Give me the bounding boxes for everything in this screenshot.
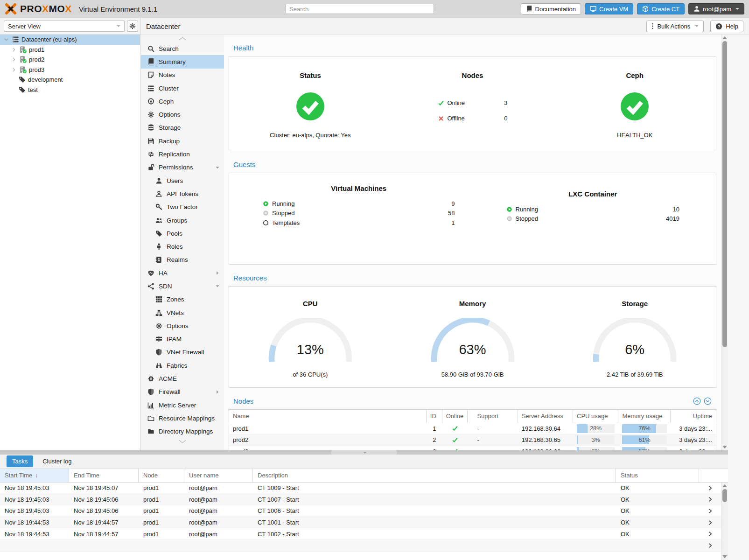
node-row-prod2[interactable]: prod22-192.168.30.653%61%3 days 23:... <box>229 434 716 446</box>
lxc-running-row: Running 10 <box>506 204 680 214</box>
sidebar-item-ipam[interactable]: IPAM <box>141 333 224 346</box>
floppy-icon <box>147 138 154 145</box>
sidebar-item-backup[interactable]: Backup <box>141 134 224 147</box>
sidebar-item-realms[interactable]: Realms <box>141 253 224 266</box>
usage-bar: 3% <box>577 435 615 444</box>
sidebar-item-storage[interactable]: Storage <box>141 121 224 134</box>
sidebar-item-roles[interactable]: Roles <box>141 240 224 253</box>
tree-item-test[interactable]: test <box>0 85 140 95</box>
scroll-up-arrow[interactable] <box>722 36 727 39</box>
panel-splitter[interactable] <box>0 450 728 455</box>
col-support[interactable]: Support <box>468 410 518 423</box>
user-menu-button[interactable]: root@pam <box>688 3 744 14</box>
sidebar-item-cluster[interactable]: Cluster <box>141 82 224 95</box>
view-options-button[interactable] <box>127 21 138 32</box>
sidebar-item-acme[interactable]: ACME <box>141 372 224 385</box>
sidebar-item-replication[interactable]: Replication <box>141 147 224 161</box>
global-search-input[interactable] <box>286 4 434 14</box>
view-selector-dropdown[interactable]: Server View <box>4 21 125 32</box>
documentation-button[interactable]: Documentation <box>521 3 581 14</box>
sidebar-item-directory-mappings[interactable]: Directory Mappings <box>141 425 224 438</box>
tree-item-prod1[interactable]: prod1 <box>0 45 140 55</box>
tree-item-datacenter-eu-alps[interactable]: Datacenter (eu-alps) <box>0 35 140 45</box>
sidebar-item-label: Backup <box>159 138 180 145</box>
tasks-scrollbar[interactable] <box>721 483 728 560</box>
tree-item-prod2[interactable]: prod2 <box>0 55 140 65</box>
col-start-time[interactable]: Start Time↓ <box>0 469 69 482</box>
col-id[interactable]: ID <box>427 410 442 423</box>
col-online[interactable]: Online <box>442 410 468 423</box>
scrollbar-thumb[interactable] <box>722 489 727 502</box>
sidebar-item-users[interactable]: Users <box>141 174 224 187</box>
task-row[interactable]: Nov 18 19:45:03Nov 18 19:45:07prod1root@… <box>0 483 728 494</box>
task-expand-button[interactable] <box>699 485 721 491</box>
create-ct-button[interactable]: Create CT <box>637 3 685 14</box>
menu-scroll-up[interactable] <box>141 35 224 42</box>
collapse-up-button[interactable] <box>693 397 701 405</box>
menu-scroll-down[interactable] <box>141 438 224 446</box>
task-row[interactable]: Nov 18 19:44:53Nov 18 19:44:57prod1root@… <box>0 517 728 529</box>
sidebar-item-ceph[interactable]: Ceph <box>141 95 224 108</box>
sidebar-item-resource-mappings[interactable]: Resource Mappings <box>141 412 224 425</box>
sidebar-item-two-factor[interactable]: Two Factor <box>141 201 224 214</box>
node-row-prod1[interactable]: prod11-192.168.30.6428%76%3 days 23:... <box>229 423 716 435</box>
tree-item-development[interactable]: development <box>0 75 140 85</box>
create-vm-button[interactable]: Create VM <box>585 3 633 14</box>
help-button[interactable]: ? Help <box>710 21 743 32</box>
scroll-up-arrow[interactable] <box>722 484 727 487</box>
sidebar-item-groups[interactable]: Groups <box>141 214 224 227</box>
caret-right-icon <box>10 67 17 73</box>
sidebar-item-api-tokens[interactable]: API Tokens <box>141 187 224 200</box>
col-memory-usage[interactable]: Memory usage <box>618 410 670 423</box>
task-expand-button[interactable] <box>699 508 721 514</box>
sidebar-item-fabrics[interactable]: Fabrics <box>141 359 224 372</box>
col-status[interactable]: Status <box>616 469 699 482</box>
scrollbar-thumb[interactable] <box>722 41 727 347</box>
sidebar-item-firewall[interactable]: Firewall <box>141 385 224 399</box>
task-row[interactable]: Nov 18 19:45:03Nov 18 19:45:06prod1root@… <box>0 494 728 506</box>
scroll-down-arrow[interactable] <box>722 555 727 558</box>
sidebar-item-vnets[interactable]: VNets <box>141 306 224 319</box>
node-row-prod3[interactable]: prod33-192.168.30.666%52%3 days 23:... <box>229 446 716 450</box>
col-end-time[interactable]: End Time <box>69 469 139 482</box>
task-node: prod1 <box>139 507 184 514</box>
person-icon <box>155 243 162 250</box>
tab-tasks[interactable]: Tasks <box>7 455 33 467</box>
col-user-name[interactable]: User name <box>184 469 253 482</box>
col-name[interactable]: Name <box>229 410 427 423</box>
sidebar-item-zones[interactable]: Zones <box>141 293 224 306</box>
scroll-down-arrow[interactable] <box>722 446 727 448</box>
task-expand-button[interactable] <box>699 520 721 525</box>
collapse-down-button[interactable] <box>704 397 712 405</box>
splitter-handle[interactable] <box>331 450 397 455</box>
sidebar-item-options[interactable]: Options <box>141 108 224 121</box>
col-node[interactable]: Node <box>139 469 184 482</box>
tree-item-prod3[interactable]: prod3 <box>0 65 140 75</box>
lxc-heading: LXC Container <box>506 190 680 198</box>
main-scrollbar[interactable] <box>721 35 728 450</box>
col-server-address[interactable]: Server Address <box>518 410 573 423</box>
col-cpu-usage[interactable]: CPU usage <box>573 410 618 423</box>
task-row[interactable]: Nov 18 19:44:53Nov 18 19:44:57prod1root@… <box>0 528 728 540</box>
sidebar-item-pools[interactable]: Pools <box>141 227 224 240</box>
task-expand-button[interactable] <box>699 497 721 502</box>
col-uptime[interactable]: Uptime <box>671 410 716 423</box>
sidebar-item-ha[interactable]: HA <box>141 266 224 280</box>
sidebar-item-options[interactable]: Options <box>141 319 224 332</box>
shield-icon <box>147 388 154 395</box>
task-expand-button[interactable] <box>699 543 721 548</box>
sidebar-item-metric-server[interactable]: Metric Server <box>141 399 224 412</box>
user-icon <box>155 177 162 184</box>
tab-cluster-log[interactable]: Cluster log <box>42 458 71 465</box>
task-row[interactable]: Nov 18 19:45:03Nov 18 19:45:06prod1root@… <box>0 505 728 517</box>
sidebar-item-vnet-firewall[interactable]: VNet Firewall <box>141 346 224 359</box>
sidebar-item-permissions[interactable]: Permissions <box>141 161 224 174</box>
task-expand-button[interactable] <box>699 531 721 537</box>
task-row[interactable] <box>0 540 728 552</box>
bulk-actions-button[interactable]: Bulk Actions <box>646 21 704 32</box>
col-description[interactable]: Description <box>253 469 616 482</box>
sidebar-item-notes[interactable]: Notes <box>141 69 224 82</box>
sidebar-item-search[interactable]: Search <box>141 42 224 55</box>
sidebar-item-sdn[interactable]: SDN <box>141 280 224 293</box>
sidebar-item-summary[interactable]: Summary <box>141 55 224 68</box>
